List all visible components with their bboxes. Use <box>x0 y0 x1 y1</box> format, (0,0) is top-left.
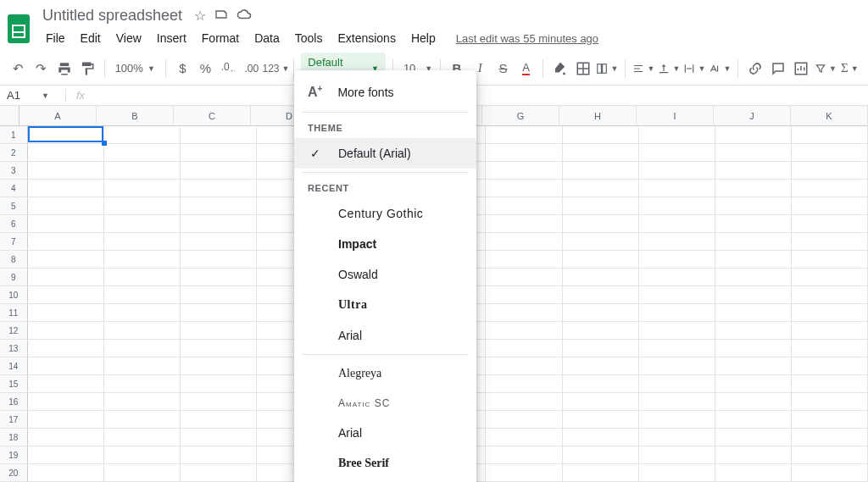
cell[interactable] <box>486 429 562 446</box>
cell[interactable] <box>181 180 257 197</box>
column-header[interactable]: I <box>637 106 714 126</box>
cell[interactable] <box>486 304 562 322</box>
cell[interactable] <box>715 393 792 411</box>
cell[interactable] <box>715 251 792 269</box>
cell[interactable] <box>639 180 715 197</box>
cell[interactable] <box>104 126 181 144</box>
cell[interactable] <box>639 393 715 411</box>
cell[interactable] <box>486 126 562 144</box>
cell[interactable] <box>715 144 792 162</box>
cell[interactable] <box>181 446 257 464</box>
cell[interactable] <box>486 286 562 304</box>
cell[interactable] <box>28 322 104 340</box>
menu-file[interactable]: File <box>39 28 72 48</box>
cell[interactable] <box>639 162 715 180</box>
column-header[interactable]: C <box>174 106 251 126</box>
cell[interactable] <box>181 429 257 446</box>
cell[interactable] <box>104 162 181 180</box>
cell[interactable] <box>715 180 792 197</box>
cell[interactable] <box>792 464 868 482</box>
cell[interactable] <box>639 286 715 304</box>
vertical-align-button[interactable]: ▼ <box>658 58 680 80</box>
cell[interactable] <box>181 162 257 180</box>
cell[interactable] <box>486 411 562 429</box>
cell[interactable] <box>715 162 792 180</box>
cell[interactable] <box>104 215 181 233</box>
cell[interactable] <box>486 393 562 411</box>
cell[interactable] <box>639 197 715 215</box>
cell[interactable] <box>639 340 715 357</box>
row-header[interactable]: 18 <box>0 429 28 446</box>
cell[interactable] <box>181 464 257 482</box>
cell[interactable] <box>181 269 257 286</box>
cell[interactable] <box>28 197 104 215</box>
column-header[interactable]: A <box>19 106 97 126</box>
increase-decimal-button[interactable]: .00 <box>242 58 261 80</box>
cell[interactable] <box>181 233 257 251</box>
cell[interactable] <box>486 357 562 375</box>
cell[interactable] <box>181 375 257 393</box>
cell[interactable] <box>792 233 868 251</box>
cell[interactable] <box>28 286 104 304</box>
cell[interactable] <box>563 162 639 180</box>
row-header[interactable]: 12 <box>0 322 28 340</box>
fill-color-button[interactable] <box>550 58 570 80</box>
cell[interactable] <box>181 322 257 340</box>
cell[interactable] <box>181 304 257 322</box>
functions-button[interactable]: Σ▼ <box>840 58 860 80</box>
sheets-logo[interactable] <box>5 12 32 46</box>
row-header[interactable]: 7 <box>0 233 28 251</box>
more-formats-button[interactable]: 123▼ <box>264 58 287 80</box>
cell[interactable] <box>563 126 639 144</box>
cell[interactable] <box>28 144 104 162</box>
cell[interactable] <box>104 464 181 482</box>
cell[interactable] <box>181 340 257 357</box>
cell[interactable] <box>104 411 181 429</box>
cell[interactable] <box>792 251 868 269</box>
cell[interactable] <box>563 375 639 393</box>
decrease-decimal-button[interactable]: .0← <box>219 58 238 80</box>
cell[interactable] <box>181 215 257 233</box>
column-header[interactable]: B <box>97 106 174 126</box>
cell[interactable] <box>792 375 868 393</box>
name-box[interactable]: A1 ▼ <box>0 89 66 102</box>
cell[interactable] <box>715 429 792 446</box>
cell[interactable] <box>715 322 792 340</box>
insert-chart-button[interactable] <box>792 58 811 80</box>
cell[interactable] <box>181 126 257 144</box>
text-color-button[interactable]: A <box>516 58 536 80</box>
cell[interactable] <box>486 251 562 269</box>
cell[interactable] <box>792 180 868 197</box>
menu-tools[interactable]: Tools <box>288 28 330 48</box>
cell[interactable] <box>563 340 639 357</box>
format-percent-button[interactable]: % <box>196 58 215 80</box>
cell[interactable] <box>104 180 181 197</box>
cell[interactable] <box>181 411 257 429</box>
row-header[interactable]: 19 <box>0 446 28 464</box>
cell[interactable] <box>715 411 792 429</box>
insert-comment-button[interactable] <box>768 58 787 80</box>
font-item[interactable]: Amatic SC <box>294 389 476 418</box>
cell[interactable] <box>792 322 868 340</box>
cell[interactable] <box>792 215 868 233</box>
row-header[interactable]: 20 <box>0 464 28 482</box>
cell[interactable] <box>28 180 104 197</box>
cell[interactable] <box>486 144 562 162</box>
cell[interactable] <box>104 233 181 251</box>
cell[interactable] <box>639 251 715 269</box>
text-rotation-button[interactable]: ▼ <box>709 58 731 80</box>
cell[interactable] <box>28 411 104 429</box>
cell[interactable] <box>486 180 562 197</box>
cell[interactable] <box>28 251 104 269</box>
text-wrap-button[interactable]: ▼ <box>683 58 705 80</box>
cell[interactable] <box>104 251 181 269</box>
cell[interactable] <box>792 340 868 357</box>
cell[interactable] <box>639 411 715 429</box>
font-item[interactable]: Arial <box>294 320 476 351</box>
more-fonts-item[interactable]: A+ More fonts <box>294 75 476 108</box>
row-header[interactable]: 1 <box>0 126 28 144</box>
cell[interactable] <box>28 215 104 233</box>
cell[interactable] <box>639 304 715 322</box>
cell[interactable] <box>792 269 868 286</box>
row-header[interactable]: 14 <box>0 357 28 375</box>
